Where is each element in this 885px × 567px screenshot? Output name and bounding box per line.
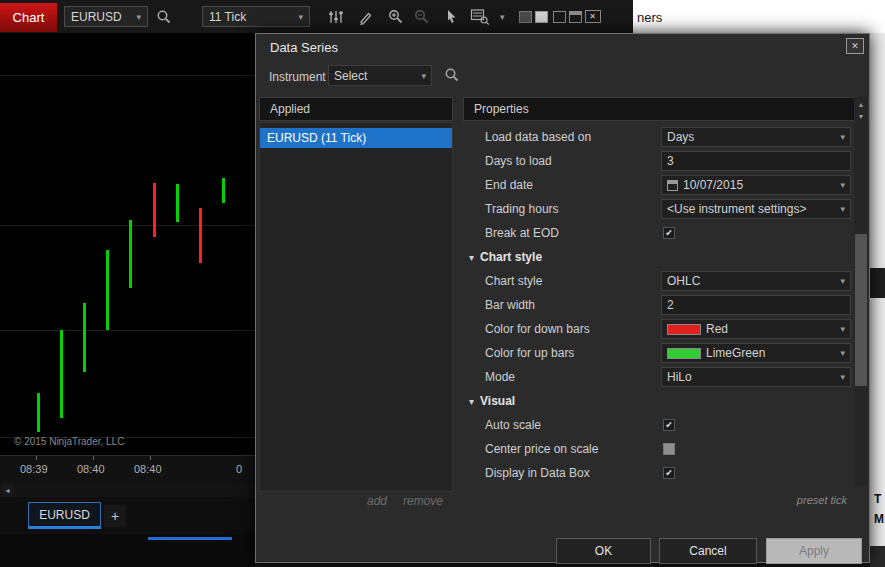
time-axis: 08:3908:4008:400 — [0, 455, 255, 484]
calendar-icon — [667, 180, 678, 191]
search-icon[interactable] — [156, 9, 172, 25]
dropdown[interactable]: Days▾ — [661, 127, 851, 147]
gridline — [0, 225, 255, 226]
symbol-tab-eurusd[interactable]: EURUSD — [28, 502, 101, 529]
property-control: ✔ — [661, 227, 854, 239]
cursor-icon[interactable] — [444, 9, 458, 25]
checkbox[interactable] — [663, 443, 675, 455]
color-dropdown[interactable]: LimeGreen▾ — [661, 343, 851, 363]
add-tab-button[interactable]: + — [104, 505, 126, 527]
interval-dropdown[interactable]: 11 Tick ▾ — [202, 6, 310, 27]
property-row-display-in-data-box: Display in Data Box✔ — [463, 461, 854, 485]
scrollbar-down-icon[interactable]: ▼ — [854, 110, 868, 122]
property-label: Break at EOD — [463, 226, 661, 240]
copyright-text: © 2015 NinjaTrader, LLC — [14, 436, 124, 447]
price-chart[interactable]: © 2015 NinjaTrader, LLC — [0, 33, 255, 455]
down-bar — [153, 183, 156, 237]
ok-button[interactable]: OK — [556, 538, 651, 564]
date-picker[interactable]: 10/07/2015▾ — [661, 175, 851, 195]
property-control: LimeGreen▾ — [661, 343, 854, 363]
remove-series-link[interactable]: remove — [403, 494, 443, 508]
cancel-button[interactable]: Cancel — [659, 538, 757, 564]
applied-panel-header: Applied — [259, 97, 453, 121]
background-letter: M — [874, 512, 884, 526]
gridline — [0, 75, 255, 76]
data-series-settings-icon[interactable] — [328, 9, 344, 25]
data-box-icon[interactable] — [470, 8, 490, 25]
checkbox[interactable]: ✔ — [663, 227, 675, 239]
text-input[interactable]: 2 — [661, 295, 851, 315]
checkbox[interactable]: ✔ — [663, 419, 675, 431]
chart-toolbar: Chart EURUSD ▾ 11 Tick ▾ — [0, 0, 633, 33]
zoom-in-icon[interactable] — [388, 9, 404, 25]
screen: Chart EURUSD ▾ 11 Tick ▾ — [0, 0, 885, 567]
background-fragment — [870, 546, 885, 567]
window-light-square-icon[interactable] — [535, 11, 548, 23]
window-maximize-icon[interactable] — [569, 11, 582, 23]
property-label: Load data based on — [463, 130, 661, 144]
property-control: ✔ — [661, 467, 854, 479]
property-control: Red▾ — [661, 319, 854, 339]
property-label: Bar width — [463, 298, 661, 312]
property-label: Visual — [474, 394, 854, 408]
checkbox[interactable]: ✔ — [663, 467, 675, 479]
pencil-draw-icon[interactable] — [358, 9, 374, 25]
property-section-visual: ▾Visual — [463, 389, 854, 413]
applied-series-list: EURUSD (11 Tick) — [259, 122, 453, 492]
scrollbar-up-icon[interactable]: ▲ — [854, 98, 868, 110]
property-control: 2 — [661, 295, 854, 315]
chevron-down-icon: ▾ — [421, 71, 426, 81]
instrument-search-icon[interactable] — [444, 67, 460, 83]
property-control: 3 — [661, 151, 854, 171]
dropdown-value: <Use instrument settings> — [667, 202, 835, 216]
gridline — [0, 330, 255, 331]
chevron-down-icon: ▾ — [136, 12, 141, 22]
dropdown-value: HiLo — [667, 370, 835, 384]
property-label: Chart style — [474, 250, 854, 264]
property-row-load-data-based-on: Load data based onDays▾ — [463, 125, 854, 149]
up-bar — [60, 330, 63, 418]
window-restore-icon[interactable] — [553, 11, 566, 23]
close-icon[interactable]: ✕ — [846, 38, 864, 54]
background-letter: T — [874, 492, 881, 506]
property-control: HiLo▾ — [661, 367, 854, 387]
zoom-out-icon[interactable] — [414, 9, 430, 25]
scroll-left-button[interactable]: ◄ — [1, 484, 14, 497]
up-bar — [83, 303, 86, 372]
add-series-link[interactable]: add — [367, 494, 387, 508]
dialog-instrument-dropdown[interactable]: Select ▾ — [328, 65, 432, 86]
color-swatch — [667, 324, 701, 335]
scrollbar-thumb[interactable] — [855, 234, 867, 386]
window-close-icon[interactable]: ✕ — [585, 10, 601, 23]
instrument-dropdown[interactable]: EURUSD ▾ — [64, 6, 148, 27]
toolbar-overflow-caret-icon[interactable]: ▾ — [500, 12, 505, 22]
color-swatch — [667, 348, 701, 359]
property-label: Mode — [463, 370, 661, 384]
window-dark-square-icon[interactable] — [519, 11, 532, 23]
time-label: 08:40 — [134, 463, 162, 475]
property-row-mode: ModeHiLo▾ — [463, 365, 854, 389]
chart-window-tab[interactable]: Chart — [0, 3, 57, 32]
preset-link[interactable]: preset tick — [797, 494, 847, 506]
text-input[interactable]: 3 — [661, 151, 851, 171]
chart-tab-bar: EURUSD + — [0, 497, 255, 534]
property-label: Display in Data Box — [463, 466, 661, 480]
applied-series-item[interactable]: EURUSD (11 Tick) — [260, 128, 452, 148]
chevron-down-icon: ▾ — [840, 276, 845, 286]
chevron-down-icon: ▾ — [840, 372, 845, 382]
properties-scrollbar[interactable]: ▲ ▼ — [854, 97, 868, 487]
property-row-end-date: End date10/07/2015▾ — [463, 173, 854, 197]
dropdown[interactable]: <Use instrument settings>▾ — [661, 199, 851, 219]
dropdown-value: LimeGreen — [706, 346, 835, 360]
time-label: 08:40 — [77, 463, 105, 475]
property-control: ✔ — [661, 419, 854, 431]
dropdown[interactable]: HiLo▾ — [661, 367, 851, 387]
property-row-auto-scale: Auto scale✔ — [463, 413, 854, 437]
property-control — [661, 443, 854, 455]
property-section-chart-style: ▾Chart style — [463, 245, 854, 269]
time-label: 0 — [236, 463, 242, 475]
dropdown[interactable]: OHLC▾ — [661, 271, 851, 291]
color-dropdown[interactable]: Red▾ — [661, 319, 851, 339]
property-row-bar-width: Bar width2 — [463, 293, 854, 317]
bottom-strip — [0, 534, 255, 567]
